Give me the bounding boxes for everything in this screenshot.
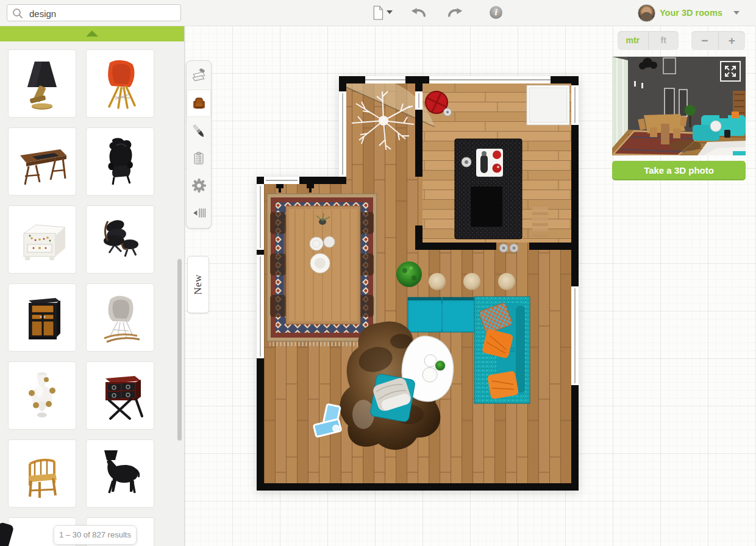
results-count-tooltip: 1 – 30 of 827 results [54, 525, 137, 545]
product-wooden-armchair[interactable] [8, 439, 76, 508]
paint-tool[interactable] [187, 117, 211, 144]
product-black-baroque-armchair[interactable] [86, 127, 154, 196]
redo-button[interactable] [448, 6, 464, 21]
tool-palette [186, 60, 212, 229]
unit-toggle: mtr ft [618, 31, 679, 50]
plan-plant[interactable] [396, 261, 422, 287]
settings-tool[interactable] [187, 172, 211, 199]
document-menu-caret-icon[interactable] [387, 10, 393, 14]
zoom-out-button[interactable]: − [691, 31, 719, 50]
search-box[interactable] [7, 4, 181, 21]
plan-appliance[interactable] [527, 85, 569, 125]
undo-button[interactable] [410, 6, 426, 21]
new-room-tab[interactable]: New [187, 256, 209, 313]
unit-metric-button[interactable]: mtr [618, 31, 649, 50]
wall-tool[interactable] [187, 62, 211, 90]
floorplan[interactable] [254, 73, 580, 494]
product-orange-shell-chair[interactable] [86, 49, 154, 118]
undo-icon [410, 6, 426, 19]
plan-kitchen-island[interactable] [455, 139, 522, 239]
room-planner-app: New mtr ft − + [0, 0, 756, 546]
new-document-button[interactable] [372, 5, 384, 23]
search-input[interactable] [28, 5, 177, 21]
plan-poufs[interactable] [429, 273, 515, 290]
your-3d-rooms-menu[interactable]: Your 3D rooms [660, 8, 722, 18]
product-white-gold-vase[interactable] [8, 361, 76, 430]
redo-icon [448, 6, 464, 19]
plan-sofa[interactable] [474, 297, 530, 403]
unit-feet-button[interactable]: ft [649, 31, 679, 50]
top-tool-bar: i Your 3D rooms [0, 0, 756, 26]
product-silver-rocking-chair[interactable] [86, 283, 154, 352]
products-tool[interactable] [187, 144, 211, 172]
fullscreen-icon [721, 62, 740, 81]
zoom-in-button[interactable]: + [719, 31, 746, 50]
product-horse-floor-lamp[interactable] [86, 439, 154, 508]
product-vintage-desk[interactable] [8, 127, 76, 196]
plan-tv-stand[interactable] [408, 297, 476, 332]
3d-preview[interactable] [612, 57, 746, 155]
take-3d-photo-button[interactable]: Take a 3D photo [612, 161, 746, 180]
collapse-tool[interactable] [187, 199, 211, 227]
plan-ottoman[interactable] [369, 374, 415, 422]
rooms-menu-caret-icon[interactable] [733, 11, 740, 15]
search-icon [12, 8, 23, 19]
floorplan-canvas-area[interactable]: New mtr ft − + [185, 26, 756, 546]
sidebar-scrollbar[interactable] [177, 259, 182, 441]
collapse-up-icon [86, 30, 98, 37]
zoom-control: − + [691, 31, 745, 50]
info-button[interactable]: i [490, 6, 502, 19]
furniture-tool[interactable] [187, 90, 211, 117]
product-gun-table-lamp[interactable] [8, 49, 76, 118]
product-black-oak-cabinet[interactable] [8, 283, 76, 352]
product-red-campaign-chest[interactable] [86, 361, 154, 430]
product-sidebar: 1 – 30 of 827 results [0, 26, 185, 546]
new-room-tab-label: New [192, 274, 204, 295]
collapse-results-bar[interactable] [0, 26, 184, 41]
product-white-painted-chest[interactable] [8, 205, 76, 274]
product-eames-lounge-chair[interactable] [86, 205, 154, 274]
user-avatar[interactable] [638, 4, 655, 22]
document-icon [372, 5, 384, 21]
floorplan-drawing[interactable] [254, 73, 580, 494]
product-grid [8, 49, 155, 546]
